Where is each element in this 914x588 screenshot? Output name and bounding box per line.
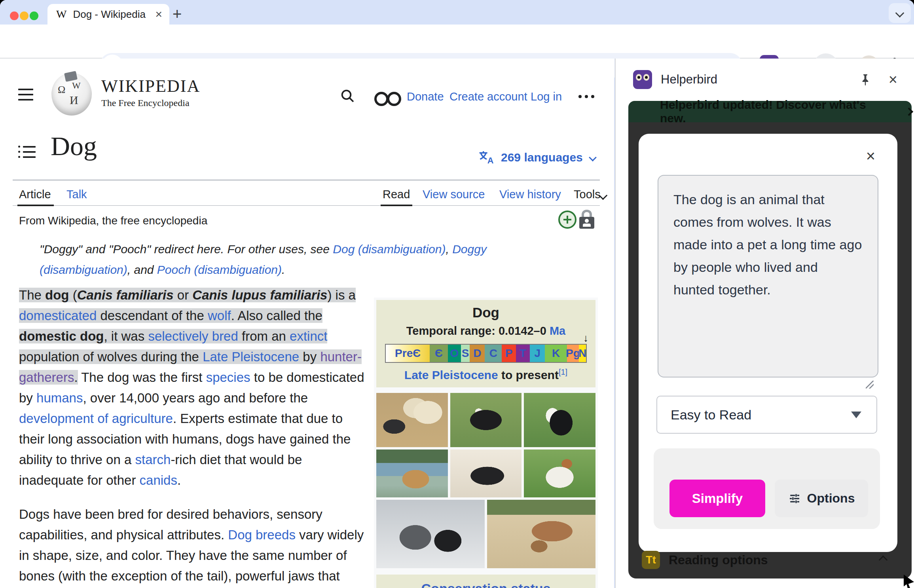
donate-link[interactable]: Donate <box>407 90 444 103</box>
text-segment: . <box>177 473 181 487</box>
tab-read[interactable]: Read <box>383 188 410 201</box>
era-segment[interactable]: N <box>579 345 586 362</box>
wiki-link[interactable]: Late Pleistocene <box>404 368 498 381</box>
text-segment: dog <box>45 288 69 302</box>
era-segment[interactable]: O <box>448 345 461 362</box>
text-segment: , it was <box>104 329 148 343</box>
wiki-link[interactable]: domesticated <box>19 308 97 323</box>
era-segment[interactable]: S <box>461 345 470 362</box>
dog-photo-montage <box>376 393 595 568</box>
wikipedia-favicon: W <box>56 8 66 21</box>
text-segment: , over 14,000 years ago and before the <box>83 391 308 405</box>
wiki-link[interactable]: humans <box>36 391 83 405</box>
chevron-down-icon <box>589 154 597 161</box>
traffic-minimize-button[interactable] <box>20 11 28 20</box>
close-card-icon[interactable]: × <box>866 147 875 165</box>
wiki-link[interactable]: selectively bred <box>148 329 238 343</box>
text-segment: . <box>74 370 78 385</box>
wiki-link[interactable]: Late Pleistocene <box>203 349 299 364</box>
main-menu-hamburger-button[interactable] <box>18 89 33 104</box>
appearance-icon[interactable] <box>374 92 401 106</box>
era-segment[interactable]: T <box>516 345 530 362</box>
personal-tools-menu[interactable] <box>578 95 594 98</box>
wiki-link[interactable]: Pooch (disambiguation) <box>157 263 282 276</box>
options-button[interactable]: Options <box>775 480 868 517</box>
geologic-timescale: PreЄЄOSDCPTJKPgN <box>385 344 587 363</box>
text-segment: domestic dog <box>19 329 104 343</box>
browser-toolbar: en.wikipedia.org/wiki/Dog on <box>0 25 914 59</box>
range-caption: Late Pleistocene to present[1] <box>379 368 592 382</box>
resize-handle[interactable] <box>866 381 874 389</box>
tab-view-source[interactable]: View source <box>423 188 485 201</box>
black-and-white-dog-photo[interactable] <box>450 393 522 447</box>
reading-level-select[interactable]: Easy to Read <box>656 396 877 434</box>
wiki-link[interactable]: extinct <box>290 329 327 343</box>
temporal-range: Temporal range: 0.0142–0 Ma <box>379 324 592 338</box>
sled-dogs-in-snow-photo[interactable] <box>376 500 485 568</box>
languages-button[interactable]: A 269 languages <box>478 150 595 165</box>
era-segment[interactable]: J <box>530 345 545 362</box>
era-segment[interactable]: Є <box>430 345 448 362</box>
chevron-up-icon <box>879 556 888 565</box>
simplified-text-area[interactable]: The dog is an animal that comes from wol… <box>658 175 878 377</box>
timescale-arrow: ↓ <box>583 332 588 344</box>
era-segment[interactable]: C <box>485 345 502 362</box>
tab-search-button[interactable] <box>889 3 911 23</box>
tab-close-icon[interactable]: × <box>155 8 162 21</box>
black-labrador-in-snow-photo[interactable] <box>450 450 522 497</box>
text-segment: The dog was the first <box>78 370 206 385</box>
create-account-link[interactable]: Create account <box>449 90 527 103</box>
search-icon[interactable] <box>339 88 355 104</box>
login-link[interactable]: Log in <box>531 90 562 103</box>
era-segment[interactable]: P <box>502 345 516 362</box>
tab-talk[interactable]: Talk <box>66 188 87 201</box>
traffic-zoom-button[interactable] <box>30 11 38 20</box>
side-panel-header: Helperbird × <box>616 59 914 101</box>
lead-paragraph: The dog (Canis familiaris or Canis lupus… <box>19 285 367 491</box>
tab-article[interactable]: Article <box>19 188 51 201</box>
traffic-close-button[interactable] <box>10 11 19 20</box>
text-segment: , and <box>127 263 157 276</box>
era-segment[interactable]: D <box>470 345 485 362</box>
wikipedia-wordmark[interactable]: WIKIPEDIA The Free Encyclopedia <box>101 76 200 108</box>
helperbird-side-panel: Helperbird × Helperbird updated! Discove… <box>615 59 914 588</box>
text-segment: "Doggy" and "Pooch" redirect here. For o… <box>40 243 333 256</box>
simplify-button[interactable]: Simplify <box>669 480 765 517</box>
sliders-icon <box>788 492 801 505</box>
text-segment: Canis familiaris <box>77 288 174 302</box>
pin-icon[interactable] <box>859 73 871 86</box>
toc-icon[interactable] <box>18 146 36 161</box>
wiki-link[interactable]: Dog breeds <box>228 527 296 542</box>
golden-retriever-in-water-photo[interactable] <box>376 450 448 497</box>
wiki-link[interactable]: development of agriculture <box>19 411 173 426</box>
era-segment[interactable]: Pg <box>567 345 579 362</box>
new-tab-button[interactable]: + <box>173 7 182 21</box>
text-segment: [1] <box>559 368 567 376</box>
text-segment: population of wolves during the <box>19 349 203 364</box>
browser-tab[interactable]: W Dog - Wikipedia × <box>47 4 169 25</box>
street-dog-nursing-puppies-photo[interactable] <box>487 500 595 568</box>
jack-russell-terrier-photo[interactable] <box>524 450 595 497</box>
wiki-link[interactable]: canids <box>140 473 177 487</box>
update-banner[interactable]: Helperbird updated! Discover what's new. <box>628 101 912 122</box>
text-segment: Canis lupus familiaris <box>192 288 327 302</box>
helperbird-owl-icon <box>633 70 652 89</box>
chevron-right-icon <box>905 108 913 116</box>
watchlist-add-icon[interactable] <box>558 211 576 229</box>
wiki-link[interactable]: Dog (disambiguation) <box>333 243 446 256</box>
chevron-down-icon <box>895 9 905 18</box>
wiki-link[interactable]: wolf <box>208 308 231 323</box>
reading-options-row[interactable]: Tt Reading options <box>642 548 898 572</box>
text-segment: descendant of the <box>97 308 208 323</box>
herding-dog-with-sheep-photo[interactable] <box>376 393 448 447</box>
wiki-link[interactable]: species <box>206 370 250 385</box>
tab-view-history[interactable]: View history <box>499 188 561 201</box>
close-panel-icon[interactable]: × <box>889 71 897 88</box>
era-segment[interactable]: K <box>545 345 567 362</box>
wikipedia-globe-logo[interactable]: Ω W И <box>51 73 92 116</box>
era-segment[interactable]: PreЄ <box>386 345 430 362</box>
japanese-chin-photo[interactable] <box>524 393 595 447</box>
wiki-link[interactable]: starch <box>135 452 171 467</box>
tools-menu[interactable]: Tools <box>574 188 601 201</box>
ma-link[interactable]: Ma <box>550 324 565 337</box>
